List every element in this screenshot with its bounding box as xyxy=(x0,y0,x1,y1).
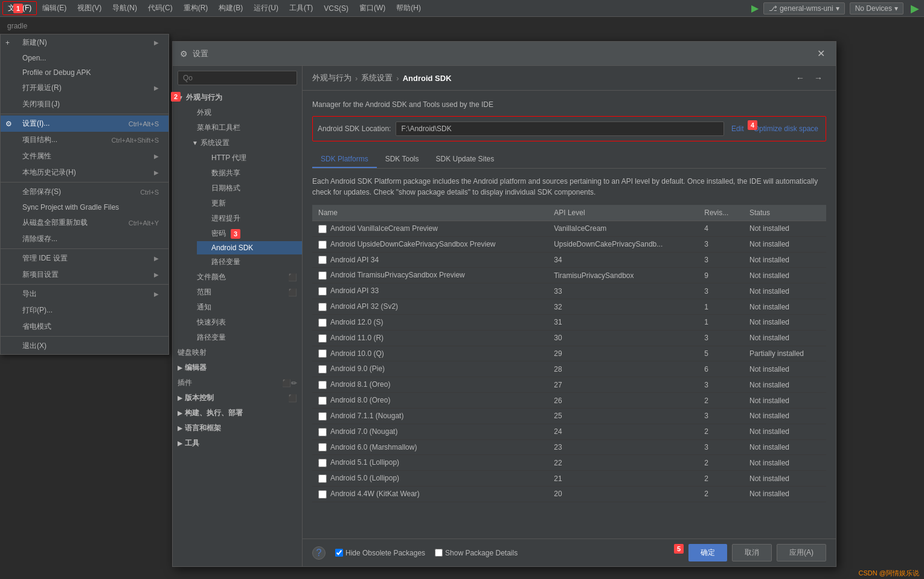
tree-item-data-sharing[interactable]: 数据共享 xyxy=(197,166,302,181)
tree-item-keymap[interactable]: 键盘映射 xyxy=(173,345,302,360)
dropdown-save-all[interactable]: 全部保存(S) Ctrl+S xyxy=(1,184,168,200)
tree-category-system[interactable]: ▼ 系统设置 xyxy=(182,135,302,150)
tree-category-appearance[interactable]: ▼ 外观与行为 xyxy=(173,90,302,105)
row-checkbox[interactable] xyxy=(318,396,327,405)
tree-item-date-format[interactable]: 日期格式 xyxy=(197,181,302,196)
row-checkbox[interactable] xyxy=(318,303,327,311)
row-checkbox[interactable] xyxy=(318,365,327,374)
sdk-optimize-button[interactable]: Optimize disk space xyxy=(751,125,821,133)
menu-help[interactable]: 帮助(H) xyxy=(391,1,426,15)
row-checkbox[interactable] xyxy=(318,256,327,264)
table-row[interactable]: Android 7.1.1 (Nougat)253Not installed xyxy=(312,408,826,424)
tree-item-appearance[interactable]: 外观 xyxy=(182,105,302,120)
dropdown-sync-gradle[interactable]: Sync Project with Gradle Files xyxy=(1,200,168,215)
cancel-button[interactable]: 取消 xyxy=(732,544,772,561)
dropdown-clear-cache[interactable]: 清除缓存... xyxy=(1,231,168,247)
table-row[interactable]: Android 5.1 (Lollipop)222Not installed xyxy=(312,455,826,471)
table-row[interactable]: Android UpsideDownCakePrivacySandbox Pre… xyxy=(312,236,826,252)
menu-window[interactable]: 窗口(W) xyxy=(354,1,391,15)
tree-item-plugins[interactable]: 插件 ⬛✏ xyxy=(173,375,302,390)
tree-item-updates[interactable]: 更新 xyxy=(197,196,302,211)
menu-code[interactable]: 代码(C) xyxy=(143,1,178,15)
sdk-location-input[interactable] xyxy=(396,121,724,136)
table-row[interactable]: Android 8.0 (Oreo)262Not installed xyxy=(312,393,826,409)
row-checkbox[interactable] xyxy=(318,490,327,499)
menu-run[interactable]: 运行(U) xyxy=(248,1,284,15)
run-button[interactable]: ▶ xyxy=(908,2,922,15)
dropdown-export[interactable]: 导出 ▶ xyxy=(1,286,168,302)
tree-category-editor[interactable]: ▶ 编辑器 xyxy=(173,360,302,375)
row-checkbox[interactable] xyxy=(318,459,327,467)
tree-item-android-sdk[interactable]: Android SDK xyxy=(197,241,302,254)
table-row[interactable]: Android 6.0 (Marshmallow)233Not installe… xyxy=(312,439,826,455)
breadcrumb-back-button[interactable]: ← xyxy=(792,72,808,84)
tree-category-tools[interactable]: ▶ 工具 xyxy=(173,436,302,451)
hide-obsolete-checkbox[interactable] xyxy=(335,549,343,557)
tree-item-memory[interactable]: 路径变量 xyxy=(197,254,302,270)
dropdown-new-project-settings[interactable]: 新项目设置 ▶ xyxy=(1,267,168,283)
table-row[interactable]: Android API 34343Not installed xyxy=(312,252,826,268)
dropdown-print[interactable]: 打印(P)... xyxy=(1,302,168,319)
table-row[interactable]: Android 8.1 (Oreo)273Not installed xyxy=(312,377,826,393)
row-checkbox[interactable] xyxy=(318,287,327,296)
no-devices-button[interactable]: No Devices ▾ xyxy=(850,2,903,15)
tree-item-quick-list[interactable]: 快速列表 xyxy=(182,315,302,330)
dropdown-local-history[interactable]: 本地历史记录(H) ▶ xyxy=(1,164,168,181)
table-row[interactable]: Android VanillaIceCream PreviewVanillaIc… xyxy=(312,221,826,237)
row-checkbox[interactable] xyxy=(318,271,327,280)
tab-sdk-update-sites[interactable]: SDK Update Sites xyxy=(428,151,503,168)
menu-tools[interactable]: 工具(T) xyxy=(284,1,318,15)
row-checkbox[interactable] xyxy=(318,381,327,389)
row-checkbox[interactable] xyxy=(318,474,327,483)
table-row[interactable]: Android API 33333Not installed xyxy=(312,283,826,299)
settings-search-input[interactable] xyxy=(178,71,297,85)
row-checkbox[interactable] xyxy=(318,225,327,233)
row-checkbox[interactable] xyxy=(318,319,327,327)
table-row[interactable]: Android API 32 (Sv2)321Not installed xyxy=(312,299,826,315)
tab-sdk-platforms[interactable]: SDK Platforms xyxy=(312,151,377,168)
breadcrumb-forward-button[interactable]: → xyxy=(810,72,826,84)
breadcrumb-system[interactable]: 系统设置 xyxy=(361,73,393,83)
tab-sdk-tools[interactable]: SDK Tools xyxy=(377,151,428,168)
dropdown-open[interactable]: Open... xyxy=(1,51,168,65)
row-checkbox[interactable] xyxy=(318,412,327,421)
row-checkbox[interactable] xyxy=(318,334,327,343)
tree-item-password[interactable]: 密码 3 xyxy=(197,226,302,241)
table-row[interactable]: Android 7.0 (Nougat)242Not installed xyxy=(312,424,826,439)
tree-item-file-colors[interactable]: 文件颜色 ⬛ xyxy=(182,270,302,285)
tree-item-path-vars[interactable]: 路径变量 xyxy=(182,330,302,345)
tree-category-lang[interactable]: ▶ 语言和框架 xyxy=(173,421,302,436)
help-button[interactable]: ? xyxy=(312,546,326,560)
branch-selector[interactable]: ⎇ general-wms-uni ▾ xyxy=(763,2,845,15)
menu-view[interactable]: 视图(V) xyxy=(72,1,107,15)
menu-refactor[interactable]: 重构(R) xyxy=(178,1,214,15)
table-row[interactable]: Android 9.0 (Pie)286Not installed xyxy=(312,361,826,377)
tree-item-menus[interactable]: 菜单和工具栏 xyxy=(182,120,302,135)
dropdown-file-properties[interactable]: 文件属性 ▶ xyxy=(1,148,168,164)
dropdown-exit[interactable]: 退出(X) xyxy=(1,338,168,354)
menu-build[interactable]: 构建(B) xyxy=(213,1,248,15)
dropdown-new[interactable]: + 新建(N) ▶ xyxy=(1,34,168,51)
dropdown-settings[interactable]: ⚙ 设置(I)... Ctrl+Alt+S xyxy=(1,115,168,132)
table-row[interactable]: Android 11.0 (R)303Not installed xyxy=(312,330,826,346)
dropdown-profile-apk[interactable]: Profile or Debug APK xyxy=(1,65,168,80)
tree-category-build[interactable]: ▶ 构建、执行、部署 xyxy=(173,406,302,421)
dropdown-close-project[interactable]: 关闭项目(J) xyxy=(1,96,168,112)
sdk-edit-button[interactable]: Edit xyxy=(729,125,746,133)
dropdown-reload-disk[interactable]: 从磁盘全部重新加载 Ctrl+Alt+Y xyxy=(1,215,168,231)
dropdown-project-structure[interactable]: 项目结构... Ctrl+Alt+Shift+S xyxy=(1,132,168,148)
dropdown-power-save[interactable]: 省电模式 xyxy=(1,319,168,335)
tree-item-http-proxy[interactable]: HTTP 代理 xyxy=(197,150,302,166)
table-row[interactable]: Android TiramisuPrivacySandbox PreviewTi… xyxy=(312,268,826,283)
confirm-button[interactable]: 确定 xyxy=(688,544,727,561)
dialog-close-button[interactable]: ✕ xyxy=(813,47,829,60)
row-checkbox[interactable] xyxy=(318,241,327,249)
row-checkbox[interactable] xyxy=(318,349,327,358)
tree-item-process[interactable]: 进程提升 xyxy=(197,211,302,226)
show-details-checkbox[interactable] xyxy=(435,549,443,557)
breadcrumb-appearance[interactable]: 外观与行为 xyxy=(312,73,351,83)
dropdown-manage-ide[interactable]: 管理 IDE 设置 ▶ xyxy=(1,250,168,267)
apply-button[interactable]: 应用(A) xyxy=(777,544,826,561)
tree-item-notifications[interactable]: 通知 xyxy=(182,300,302,315)
table-row[interactable]: Android 5.0 (Lollipop)212Not installed xyxy=(312,471,826,487)
